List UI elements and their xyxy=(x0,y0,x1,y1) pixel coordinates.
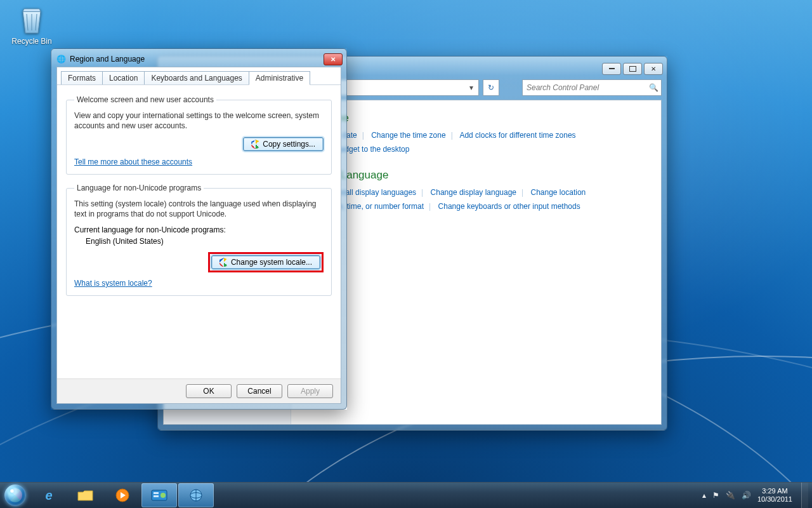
volume-icon[interactable]: 🔊 xyxy=(742,491,751,500)
globe-icon xyxy=(187,488,206,503)
svg-rect-2 xyxy=(154,492,159,494)
search-icon: 🔍 xyxy=(649,83,658,92)
tab-formats[interactable]: Formats xyxy=(61,71,103,84)
tab-location[interactable]: Location xyxy=(102,71,145,84)
dialog-title: Region and Language xyxy=(70,55,145,64)
category-date-time: and Time e time and date| Change the tim… xyxy=(304,112,647,156)
desktop: Recycle Bin ✕ , and Region ▾ ↻ xyxy=(0,0,812,508)
taskbar-ie[interactable]: e xyxy=(31,483,67,507)
taskbar-clock[interactable]: 3:29 AM 10/30/2011 xyxy=(757,487,795,504)
link-add-clocks[interactable]: Add clocks for different time zones xyxy=(459,131,575,140)
close-button[interactable]: ✕ xyxy=(644,63,663,75)
clock-date: 10/30/2011 xyxy=(757,495,792,504)
taskbar-region-language[interactable] xyxy=(178,483,214,507)
link-change-location[interactable]: Change location xyxy=(531,188,586,197)
group-welcome-screen: Welcome screen and new user accounts Vie… xyxy=(66,95,332,175)
dialog-region-language: 🌐 Region and Language Formats Location K… xyxy=(51,48,347,410)
svg-rect-3 xyxy=(154,495,159,497)
group-description: View and copy your international setting… xyxy=(74,110,324,131)
change-system-locale-button[interactable]: Change system locale... xyxy=(211,255,320,269)
category-title: and Time xyxy=(304,112,647,124)
show-desktop-button[interactable] xyxy=(801,483,808,508)
refresh-button[interactable]: ↻ xyxy=(483,79,499,96)
tab-panel-administrative: Welcome screen and new user accounts Vie… xyxy=(57,85,341,378)
link-tell-me-more[interactable]: Tell me more about these accounts xyxy=(74,157,192,166)
link-what-is-system-locale[interactable]: What is system locale? xyxy=(74,279,152,288)
clock-time: 3:29 AM xyxy=(757,487,792,495)
search-input[interactable] xyxy=(525,83,649,93)
cancel-button[interactable]: Cancel xyxy=(237,384,282,398)
window-buttons: ✕ xyxy=(602,63,663,75)
tab-keyboards[interactable]: Keyboards and Languages xyxy=(144,71,249,84)
svg-point-4 xyxy=(160,493,166,498)
folder-icon xyxy=(76,488,95,503)
taskbar-explorer[interactable] xyxy=(68,483,103,507)
chevron-down-icon[interactable]: ▾ xyxy=(466,83,477,92)
annotation-highlight: Change system locale... xyxy=(208,252,324,272)
link-change-time-zone[interactable]: Change the time zone xyxy=(371,131,445,140)
control-panel-icon xyxy=(150,488,169,503)
uac-shield-icon xyxy=(219,258,228,267)
group-legend: Language for non-Unicode programs xyxy=(74,184,204,192)
show-hidden-icons-button[interactable]: ▴ xyxy=(702,491,706,500)
tab-strip: Formats Location Keyboards and Languages… xyxy=(57,67,341,85)
tab-administrative[interactable]: Administrative xyxy=(249,71,310,85)
system-tray: ▴ ⚑ 🔌 🔊 3:29 AM 10/30/2011 xyxy=(696,483,812,508)
taskbar: e ▴ ⚑ 🔌 🔊 3:29 A xyxy=(0,482,812,508)
search-box[interactable]: 🔍 xyxy=(522,79,662,96)
close-button[interactable] xyxy=(324,53,343,65)
group-legend: Welcome screen and new user accounts xyxy=(74,95,216,104)
link-change-display-language[interactable]: Change display language xyxy=(431,188,516,197)
current-locale-value: English (United States) xyxy=(86,237,324,246)
action-center-icon[interactable]: ⚑ xyxy=(712,491,719,500)
media-player-icon xyxy=(113,488,132,503)
minimize-button[interactable] xyxy=(602,63,621,75)
desktop-icon-recycle-bin[interactable]: Recycle Bin xyxy=(8,4,56,46)
maximize-button[interactable] xyxy=(623,63,642,75)
power-icon[interactable]: 🔌 xyxy=(726,491,735,500)
ok-button[interactable]: OK xyxy=(186,384,232,398)
category-title: on and Language xyxy=(304,169,647,182)
windows-logo-icon xyxy=(4,485,26,506)
taskbar-control-panel[interactable] xyxy=(141,483,177,507)
recycle-bin-icon xyxy=(18,4,46,36)
ie-icon: e xyxy=(39,488,58,503)
link-change-keyboards[interactable]: Change keyboards or other input methods xyxy=(438,202,580,211)
category-region-language: on and Language tall or uninstall displa… xyxy=(304,169,647,213)
current-locale-label: Current language for non-Unicode program… xyxy=(74,225,324,234)
dialog-titlebar[interactable]: 🌐 Region and Language xyxy=(51,49,346,67)
group-non-unicode: Language for non-Unicode programs This s… xyxy=(66,184,332,296)
start-button[interactable] xyxy=(0,483,30,508)
taskbar-media-player[interactable] xyxy=(105,483,140,507)
desktop-icon-label: Recycle Bin xyxy=(8,37,56,46)
apply-button[interactable]: Apply xyxy=(287,384,333,398)
copy-settings-button[interactable]: Copy settings... xyxy=(243,137,324,151)
globe-icon: 🌐 xyxy=(56,55,66,64)
group-description: This setting (system locale) controls th… xyxy=(74,199,324,219)
dialog-button-row: OK Cancel Apply xyxy=(57,378,341,403)
uac-shield-icon xyxy=(251,140,260,149)
